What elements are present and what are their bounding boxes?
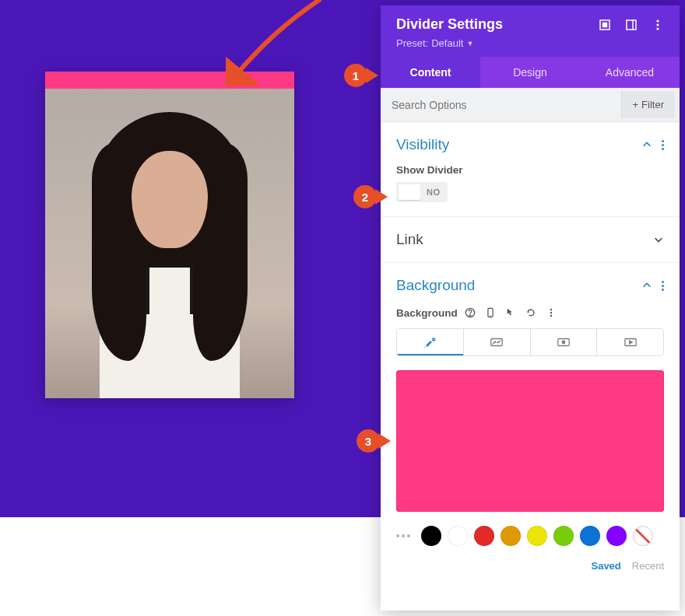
expand-icon[interactable] [599, 19, 611, 31]
bg-tab-image[interactable] [530, 329, 597, 355]
bg-tab-color[interactable] [397, 329, 463, 355]
preset-value: Default [431, 37, 463, 49]
visibility-title: Visibility [396, 136, 641, 153]
swatch-none[interactable] [633, 526, 653, 546]
svg-point-5 [656, 23, 659, 26]
toggle-knob [399, 184, 420, 200]
palette-more-icon[interactable] [396, 534, 410, 537]
svg-point-13 [550, 315, 552, 317]
background-type-tabs [396, 328, 664, 356]
swatch-blue[interactable] [580, 526, 600, 546]
svg-point-10 [490, 315, 491, 317]
swatch-yellow[interactable] [527, 526, 547, 546]
svg-rect-2 [627, 20, 636, 30]
photo-background [45, 89, 294, 398]
tab-advanced[interactable]: Advanced [580, 57, 680, 88]
filter-button[interactable]: + Filter [621, 91, 675, 118]
more-icon[interactable] [652, 19, 664, 31]
tab-design[interactable]: Design [480, 57, 580, 88]
search-row: + Filter [381, 88, 680, 122]
svg-point-11 [550, 309, 552, 310]
swatch-green[interactable] [553, 526, 574, 546]
hover-icon[interactable] [503, 305, 518, 320]
option-more-icon[interactable] [543, 305, 559, 320]
color-preview[interactable] [396, 370, 664, 512]
bg-tab-video[interactable] [596, 329, 663, 355]
reset-icon[interactable] [523, 305, 539, 320]
section-background: Background Background [381, 263, 680, 586]
callout-2: 2 [353, 185, 377, 208]
bg-tab-gradient[interactable] [463, 329, 530, 355]
section-visibility-header[interactable]: Visibility [396, 136, 664, 153]
svg-point-4 [656, 19, 659, 22]
swatch-orange[interactable] [501, 526, 521, 546]
swatch-red[interactable] [474, 526, 494, 546]
search-input[interactable] [381, 89, 621, 121]
chevron-up-icon [641, 139, 652, 150]
tab-content[interactable]: Content [381, 57, 480, 88]
preview-module [45, 72, 294, 398]
person-figure [68, 112, 271, 398]
show-divider-toggle[interactable]: NO [396, 182, 448, 202]
link-title: Link [396, 231, 653, 248]
chevron-down-icon [653, 234, 664, 245]
annotation-arrow [226, 0, 327, 86]
panel-tabs: Content Design Advanced [381, 57, 680, 88]
panel-header: Divider Settings Preset: Default ▼ [381, 5, 680, 57]
layout-icon[interactable] [625, 19, 638, 31]
filter-label: Filter [641, 99, 664, 110]
callout-3: 3 [357, 429, 380, 453]
toggle-state: NO [427, 187, 441, 197]
section-more-icon[interactable] [662, 140, 664, 150]
swatch-white[interactable] [448, 526, 468, 546]
preset-selector[interactable]: Preset: Default ▼ [396, 37, 664, 49]
panel-title: Divider Settings [396, 16, 599, 33]
preset-label: Preset: [396, 37, 428, 49]
plus-icon: + [633, 99, 639, 110]
svg-point-16 [562, 341, 565, 344]
palette-row [396, 526, 664, 546]
swatch-purple[interactable] [606, 526, 627, 546]
help-icon[interactable] [462, 305, 478, 320]
background-option-row: Background [396, 305, 664, 320]
svg-point-6 [656, 27, 659, 30]
svg-point-8 [469, 315, 470, 316]
background-title: Background [396, 277, 641, 294]
svg-point-12 [550, 312, 552, 313]
chevron-up-icon [641, 280, 652, 291]
section-link: Link [381, 217, 680, 263]
section-more-icon[interactable] [662, 281, 664, 291]
section-visibility: Visibility Show Divider NO [381, 122, 680, 217]
section-background-header[interactable]: Background [396, 277, 664, 294]
phone-icon[interactable] [483, 305, 498, 320]
settings-panel: Divider Settings Preset: Default ▼ Conte… [381, 5, 680, 611]
show-divider-label: Show Divider [396, 164, 664, 176]
saved-recent-row: Saved Recent [396, 560, 664, 572]
background-option-label: Background [396, 307, 458, 319]
callout-1: 1 [344, 64, 367, 87]
svg-rect-1 [603, 23, 607, 26]
section-link-header[interactable]: Link [396, 231, 664, 248]
saved-link[interactable]: Saved [591, 560, 620, 572]
recent-link[interactable]: Recent [632, 560, 664, 572]
swatch-black[interactable] [421, 526, 441, 546]
caret-down-icon: ▼ [466, 40, 473, 47]
